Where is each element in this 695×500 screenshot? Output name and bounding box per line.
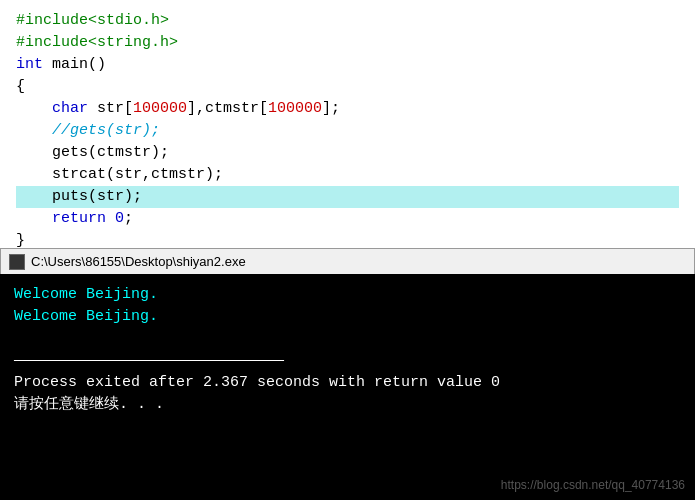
- terminal-titlebar: C:\Users\86155\Desktop\shiyan2.exe: [0, 248, 695, 274]
- terminal-line-3: [14, 328, 681, 350]
- terminal-title-text: C:\Users\86155\Desktop\shiyan2.exe: [31, 254, 246, 269]
- code-line-5: char str[100000],ctmstr[100000];: [16, 98, 679, 120]
- code-line-2: #include<string.h>: [16, 32, 679, 54]
- terminal-icon: [9, 254, 25, 270]
- code-line-3: int main(): [16, 54, 679, 76]
- code-line-7: gets(ctmstr);: [16, 142, 679, 164]
- terminal-line-2: Welcome Beijing.: [14, 306, 681, 328]
- terminal-line-1: Welcome Beijing.: [14, 284, 681, 306]
- terminal-line-4: ——————————————————————————————: [14, 350, 681, 372]
- watermark: https://blog.csdn.net/qq_40774136: [501, 478, 685, 492]
- code-line-11: }: [16, 230, 679, 248]
- code-line-10: return 0;: [16, 208, 679, 230]
- code-line-9: puts(str);: [16, 186, 679, 208]
- code-line-8: strcat(str,ctmstr);: [16, 164, 679, 186]
- terminal-line-6: 请按任意键继续. . .: [14, 394, 681, 416]
- terminal-line-5: Process exited after 2.367 seconds with …: [14, 372, 681, 394]
- code-line-4: {: [16, 76, 679, 98]
- code-editor: #include<stdio.h> #include<string.h> int…: [0, 0, 695, 248]
- terminal-console: Welcome Beijing. Welcome Beijing. ——————…: [0, 274, 695, 500]
- code-line-6: //gets(str);: [16, 120, 679, 142]
- code-line-1: #include<stdio.h>: [16, 10, 679, 32]
